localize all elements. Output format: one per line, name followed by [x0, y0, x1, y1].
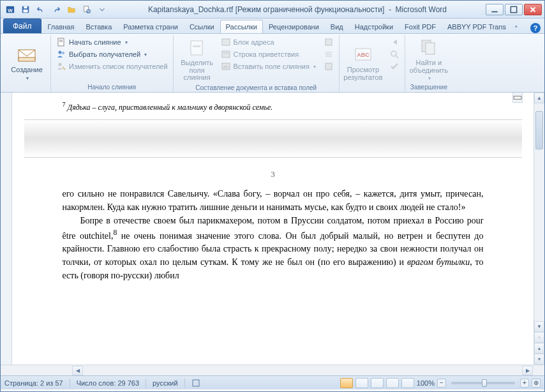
- zoom-slider[interactable]: [451, 382, 515, 384]
- horizontal-scrollbar[interactable]: ◀ ▶: [1, 365, 544, 375]
- tab-insert[interactable]: Вставка: [80, 20, 117, 33]
- outline-view-button[interactable]: [386, 378, 399, 388]
- group-label: Завершение: [409, 82, 449, 91]
- file-tab[interactable]: Файл: [3, 19, 41, 33]
- zoom-level[interactable]: 100%: [417, 379, 435, 387]
- help-icon[interactable]: ?: [530, 23, 541, 33]
- people-icon: [56, 49, 66, 59]
- print-preview-icon[interactable]: [80, 3, 94, 17]
- edit-recipients-button: Изменить список получателей: [55, 61, 169, 72]
- svg-rect-33: [193, 380, 199, 386]
- status-page[interactable]: Страница: 2 из 57: [4, 379, 63, 387]
- fullscreen-reading-view-button[interactable]: [355, 378, 368, 388]
- vertical-ruler[interactable]: [1, 93, 12, 365]
- envelope-icon: [17, 45, 37, 65]
- fit-button[interactable]: ⊕: [532, 379, 541, 388]
- svg-rect-3: [24, 6, 27, 8]
- body-text[interactable]: его сильно не понравился Савельичу. «Сла…: [24, 187, 522, 283]
- tab-abbyy[interactable]: ABBYY PDF Trans: [442, 20, 512, 33]
- create-envelopes-button[interactable]: Создание ▾: [7, 36, 47, 89]
- status-language[interactable]: русский: [153, 379, 177, 387]
- document-icon: [56, 37, 66, 47]
- group-label: Начало слияния: [55, 82, 169, 91]
- svg-line-29: [396, 56, 398, 58]
- zoom-out-button[interactable]: −: [437, 379, 446, 388]
- scroll-thumb[interactable]: [535, 111, 543, 149]
- nav-first-button: [388, 36, 401, 48]
- svg-rect-20: [222, 51, 230, 57]
- tab-view[interactable]: Вид: [325, 20, 349, 33]
- next-page-button[interactable]: ▾: [534, 354, 544, 365]
- open-icon[interactable]: [64, 3, 78, 17]
- word-icon[interactable]: W: [3, 3, 17, 17]
- match-icon: [324, 49, 334, 59]
- insert-field-icon: ab: [221, 61, 231, 72]
- group-create: Создание ▾: [3, 35, 51, 92]
- draft-view-button[interactable]: [401, 378, 414, 388]
- undo-icon[interactable]: [34, 3, 48, 17]
- zoom-in-button[interactable]: +: [520, 379, 529, 388]
- group-preview: ABC Просмотр результатов: [340, 35, 405, 92]
- finish-merge-button: Найти и объединить ▾: [409, 36, 449, 82]
- nav-icon: [389, 37, 399, 47]
- preview-icon: ABC: [353, 45, 373, 65]
- ribbon-tabs: Файл Главная Вставка Разметка страни Ссы…: [1, 19, 544, 34]
- scroll-down-button[interactable]: ▼: [534, 321, 544, 332]
- page-number: 3: [24, 158, 522, 187]
- svg-rect-32: [514, 96, 521, 99]
- start-merge-button[interactable]: Начать слияние▾: [55, 36, 169, 48]
- maximize-button[interactable]: [505, 4, 523, 15]
- redo-icon[interactable]: [49, 3, 63, 17]
- check-errors-button: [388, 61, 401, 72]
- tab-layout[interactable]: Разметка страни: [117, 20, 184, 33]
- save-icon[interactable]: [19, 3, 33, 17]
- tab-foxit[interactable]: Foxit PDF: [399, 20, 442, 33]
- svg-rect-25: [325, 63, 332, 70]
- web-layout-view-button[interactable]: [371, 378, 384, 388]
- document-viewport[interactable]: 7 Дядька – слуга, приставленный к мальчи…: [12, 93, 534, 365]
- address-icon: [221, 37, 231, 47]
- app-window: W Kapitanskaya_Dochka.rtf [Режим огранич…: [0, 0, 545, 392]
- tab-review[interactable]: Рецензировани: [263, 20, 325, 33]
- tab-mailings[interactable]: Рассылки: [220, 20, 263, 33]
- titlebar: W Kapitanskaya_Dochka.rtf [Режим огранич…: [1, 1, 544, 19]
- paragraph: Бопре в отечестве своем был парикмахером…: [63, 214, 484, 283]
- svg-point-15: [62, 52, 64, 54]
- minimize-ribbon-icon[interactable]: ˄: [512, 24, 521, 33]
- window-controls: [486, 4, 542, 15]
- svg-rect-4: [24, 10, 28, 12]
- svg-text:W: W: [8, 7, 13, 13]
- svg-rect-19: [222, 39, 230, 45]
- status-words[interactable]: Число слов: 29 763: [77, 379, 139, 387]
- tab-home[interactable]: Главная: [42, 20, 80, 33]
- highlight-icon: [187, 38, 207, 58]
- svg-point-16: [59, 63, 62, 66]
- group-start-merge: Начать слияние▾ Выбрать получателей▾ Изм…: [51, 35, 174, 92]
- scroll-track[interactable]: [534, 103, 544, 321]
- svg-point-28: [391, 51, 396, 56]
- select-recipients-button[interactable]: Выбрать получателей▾: [55, 49, 169, 60]
- footnote: 7 Дядька – слуга, приставленный к мальчи…: [24, 93, 522, 119]
- rules-button: [322, 36, 335, 48]
- zoom-thumb[interactable]: [482, 379, 487, 387]
- qat-dropdown-icon[interactable]: [95, 3, 109, 17]
- tab-addins[interactable]: Надстройки: [349, 20, 399, 33]
- svg-text:ab: ab: [223, 64, 228, 69]
- statusbar: Страница: 2 из 57 Число слов: 29 763 рус…: [1, 375, 544, 389]
- insert-mode-icon[interactable]: [191, 378, 202, 388]
- close-button[interactable]: [524, 4, 542, 15]
- group-finish: Найти и объединить ▾ Завершение: [405, 35, 452, 92]
- ruler-toggle-icon[interactable]: [512, 93, 523, 103]
- create-label: Создание: [11, 66, 43, 74]
- scroll-left-button[interactable]: ◀: [72, 366, 83, 375]
- scroll-up-button[interactable]: ▲: [534, 93, 544, 103]
- tab-references[interactable]: Ссылки: [184, 20, 220, 33]
- prev-page-button[interactable]: ▴: [534, 343, 544, 354]
- browse-object-button[interactable]: ◦: [534, 332, 544, 343]
- preview-results-button: ABC Просмотр результатов: [343, 36, 383, 89]
- vertical-scrollbar[interactable]: ▲ ▼ ◦ ▴ ▾: [534, 93, 544, 365]
- minimize-button[interactable]: [486, 4, 504, 15]
- print-layout-view-button[interactable]: [340, 378, 353, 388]
- scroll-right-button[interactable]: ▶: [522, 366, 533, 375]
- check-icon: [389, 61, 399, 72]
